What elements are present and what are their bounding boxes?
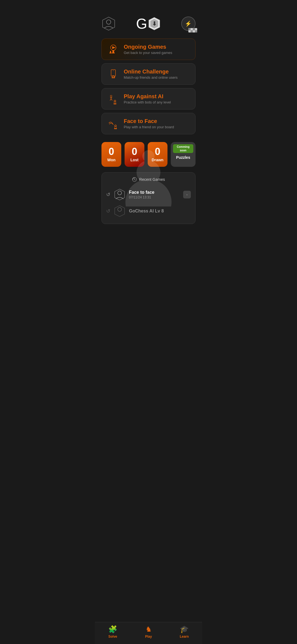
face-to-face-icon [107, 118, 119, 130]
replay-icon: ↺ [106, 208, 110, 214]
ongoing-games-subtitle: Get back to your saved games [124, 51, 190, 55]
face-to-face-button[interactable]: Face to Face Play with a friend on your … [101, 113, 196, 134]
svg-point-1 [106, 20, 111, 24]
lost-stat[interactable]: 0 Lost [125, 142, 144, 167]
online-challenge-text: Online Challenge Match-up friends and on… [124, 69, 190, 80]
player-avatar [114, 205, 126, 217]
ongoing-games-icon [107, 43, 119, 55]
drawn-stat[interactable]: 0 Drawn [148, 142, 167, 167]
game-date: 07/11/24 13:31 [129, 195, 180, 199]
bluetooth-button[interactable]: ⚡ [181, 17, 196, 31]
avatar-button[interactable] [101, 17, 116, 31]
svg-rect-8 [191, 30, 193, 32]
won-count: 0 [109, 147, 114, 157]
online-challenge-icon [107, 68, 119, 80]
game-info: GoChess AI Lv 8 [129, 209, 191, 214]
app-logo: G ⬇ [136, 17, 161, 31]
ongoing-games-text: Ongoing Games Get back to your saved gam… [124, 44, 190, 55]
svg-rect-9 [195, 30, 197, 32]
recent-games-title: Recent Games [139, 177, 165, 182]
stats-section: 0 Won 0 Lost 0 Drawn Comming soon Puzzle… [95, 137, 202, 169]
svg-rect-16 [112, 53, 115, 53]
coming-soon-badge: Comming soon [173, 144, 193, 153]
online-challenge-subtitle: Match-up friends and online users [124, 75, 190, 80]
svg-rect-32 [114, 128, 117, 129]
logo-g: G [136, 17, 147, 31]
svg-text:⬇: ⬇ [152, 21, 157, 27]
lost-count: 0 [132, 147, 137, 157]
svg-rect-13 [109, 53, 112, 53]
player-avatar [114, 189, 126, 201]
svg-point-21 [114, 77, 115, 77]
face-to-face-subtitle: Play with a friend on your board [124, 125, 190, 129]
play-ai-title: Play Against AI [124, 93, 190, 100]
face-to-face-text: Face to Face Play with a friend on your … [124, 118, 190, 129]
drawn-count: 0 [155, 147, 160, 157]
game-result: • [183, 191, 191, 198]
play-ai-button[interactable]: Play Against AI Practice with bots of an… [101, 88, 196, 110]
header: G ⬇ ⚡ [95, 0, 202, 36]
recent-games-header: Recent Games [106, 177, 191, 182]
recent-games-section: Recent Games ↺ Face to face 07/11/24 13:… [101, 172, 196, 224]
svg-rect-7 [193, 28, 195, 30]
svg-marker-37 [115, 206, 125, 217]
online-challenge-title: Online Challenge [124, 69, 190, 75]
puzzles-label: Puzzles [176, 155, 190, 160]
play-ai-text: Play Against AI Practice with bots of an… [124, 93, 190, 104]
lost-label: Lost [130, 158, 139, 162]
chessboard-icon [188, 26, 197, 32]
svg-point-27 [114, 100, 116, 102]
svg-rect-29 [114, 103, 116, 104]
history-icon [132, 177, 137, 182]
game-item[interactable]: ↺ Face to face 07/11/24 13:31 • [106, 186, 191, 203]
play-ai-icon [107, 93, 119, 105]
game-item[interactable]: ↺ GoChess AI Lv 8 [106, 203, 191, 219]
svg-line-25 [111, 99, 112, 100]
svg-rect-19 [112, 77, 115, 78]
svg-point-36 [118, 191, 122, 195]
play-ai-subtitle: Practice with bots of any level [124, 100, 190, 104]
drawn-label: Drawn [152, 158, 164, 162]
ongoing-games-button[interactable]: Ongoing Games Get back to your saved gam… [101, 39, 196, 60]
ongoing-games-title: Ongoing Games [124, 44, 190, 50]
online-challenge-button[interactable]: Online Challenge Match-up friends and on… [101, 63, 196, 85]
svg-point-38 [118, 208, 122, 211]
svg-marker-0 [103, 17, 115, 30]
game-type: GoChess AI Lv 8 [129, 209, 191, 214]
face-to-face-title: Face to Face [124, 118, 190, 124]
game-type: Face to face [129, 190, 180, 195]
svg-point-30 [115, 125, 116, 127]
svg-line-24 [110, 99, 111, 100]
svg-rect-14 [112, 50, 114, 51]
puzzles-card[interactable]: Comming soon Puzzles [171, 142, 196, 167]
game-info: Face to face 07/11/24 13:31 [129, 190, 180, 199]
menu-section: Ongoing Games Get back to your saved gam… [95, 36, 202, 137]
won-stat[interactable]: 0 Won [101, 142, 121, 167]
won-label: Won [107, 158, 116, 162]
svg-marker-11 [112, 46, 116, 49]
replay-icon: ↺ [106, 192, 110, 198]
svg-point-22 [110, 95, 112, 97]
svg-rect-6 [188, 28, 191, 30]
